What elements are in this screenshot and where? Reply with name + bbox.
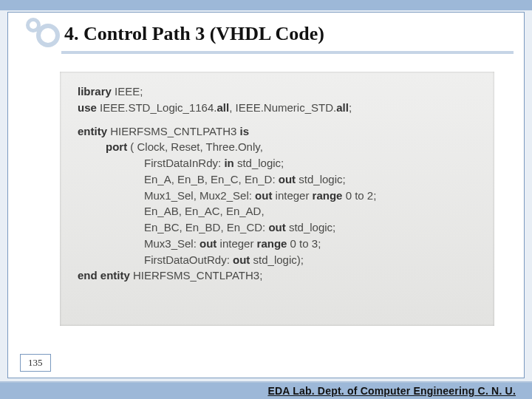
page-number: 135	[20, 354, 51, 372]
code-line: En_AB, En_AC, En_AD,	[78, 203, 481, 219]
code-line: FirstDataOutRdy: out std_logic);	[78, 252, 481, 268]
title-row: 4. Control Path 3 (VHDL Code)	[8, 16, 514, 52]
blank-line	[78, 116, 481, 123]
code-line: end entity HIERFSMS_CNTLPATH3;	[78, 267, 481, 284]
top-accent-bar	[0, 0, 532, 10]
vhdl-code-block: library IEEE; use IEEE.STD_Logic_1164.al…	[60, 72, 494, 326]
code-line: Mux3_Sel: out integer range 0 to 3;	[78, 236, 481, 252]
code-line: Mux1_Sel, Mux2_Sel: out integer range 0 …	[78, 188, 481, 204]
bullet-rings-icon	[14, 18, 60, 50]
slide-frame: 4. Control Path 3 (VHDL Code) library IE…	[7, 12, 525, 378]
footer-text: EDA Lab. Dept. of Computer Engineering C…	[267, 385, 516, 397]
code-line: entity HIERFSMS_CNTLPATH3 is	[78, 123, 481, 140]
code-line: En_BC, En_BD, En_CD: out std_logic;	[78, 219, 481, 236]
code-line: En_A, En_B, En_C, En_D: out std_logic;	[78, 171, 481, 188]
code-line: library IEEE;	[78, 83, 481, 100]
title-underline	[61, 51, 514, 54]
code-line: use IEEE.STD_Logic_1164.all, IEEE.Numeri…	[78, 100, 481, 116]
slide-title: 4. Control Path 3 (VHDL Code)	[64, 23, 324, 45]
code-line: port ( Clock, Reset, Three.Only,	[78, 139, 481, 155]
code-line: FirstDataInRdy: in std_logic;	[78, 155, 481, 171]
